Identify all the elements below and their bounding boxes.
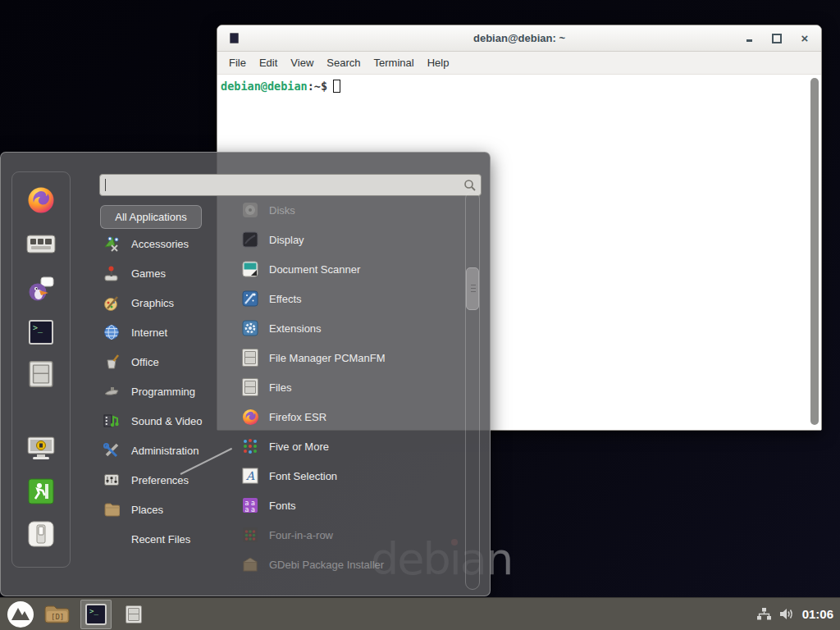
office-icon [103,354,120,370]
favorite-control-center[interactable] [26,230,56,259]
category-office[interactable]: Office [98,347,221,377]
volume-icon[interactable] [779,608,794,620]
internet-icon [103,324,120,340]
category-graphics[interactable]: Graphics [98,288,221,317]
svg-text:a a: a a [245,506,255,514]
terminal-task-button[interactable] [80,600,112,629]
display-icon [241,231,259,249]
app-gdebi-package-installer[interactable]: GDebi Package Installer [218,550,463,579]
search-icon [463,179,476,191]
app-display[interactable]: Display [218,225,463,254]
app-fonts[interactable]: a a a a Fonts [218,491,463,520]
menu-scrollbar[interactable] [465,191,480,590]
programming-icon [103,383,120,399]
fonts-icon: a a a a [241,496,259,514]
category-places[interactable]: Places [98,495,221,524]
favorite-terminal[interactable] [26,317,56,347]
scrollbar-grip [471,285,476,293]
control-center-icon [26,233,56,256]
terminal-title: debian@debian: ~ [217,32,821,44]
desktop: debıan debian@debian: ~ File Edit View S… [0,0,840,630]
document-scanner-icon [241,260,259,278]
svg-text:A: A [245,469,255,482]
extensions-icon [241,319,259,337]
file-cabinet-icon [30,361,53,387]
five-or-more-icon [241,437,259,455]
category-sound-video[interactable]: Sound & Video [98,406,221,436]
category-games[interactable]: Games [98,258,221,288]
search-input[interactable] [107,179,463,191]
shut-down-icon [28,521,54,547]
file-cabinet-icon [241,378,259,396]
log-out-button[interactable] [26,477,56,506]
close-button[interactable] [800,34,810,43]
taskbar: [D] 01:06 [0,597,840,630]
terminal-scrollbar[interactable] [810,76,819,428]
app-extensions[interactable]: Extensions [218,313,463,343]
app-font-selection[interactable]: A Font Selection [218,461,463,491]
terminal-titlebar[interactable]: debian@debian: ~ [217,25,821,52]
menu-file[interactable]: File [222,53,253,72]
app-files[interactable]: Files [218,372,463,402]
favorite-file-manager[interactable] [26,359,56,389]
four-in-a-row-icon [241,526,259,544]
file-cabinet-icon [126,605,142,623]
graphics-icon [103,294,120,311]
category-accessories[interactable]: Accessories [98,229,221,258]
category-administration[interactable]: Administration [98,436,221,465]
favorite-pidgin[interactable] [26,274,56,304]
app-effects[interactable]: Effects [218,284,463,313]
preferences-icon [103,472,120,488]
menu-button[interactable] [5,600,36,629]
file-cabinet-icon [241,349,259,367]
menu-logo-icon [7,600,34,628]
log-out-icon [28,478,54,504]
category-preferences[interactable]: Preferences [98,465,221,495]
application-menu: All Applications Accessories Games [0,152,491,596]
file-manager-task-button[interactable] [118,600,149,629]
terminal-scrollbar-thumb[interactable] [810,78,819,425]
svg-text:[D]: [D] [51,613,64,621]
lock-screen-icon [26,436,56,462]
app-file-manager-pcmanfm[interactable]: File Manager PCManFM [218,343,463,372]
effects-icon [241,290,259,308]
menu-edit[interactable]: Edit [253,53,284,72]
favorite-firefox[interactable] [26,185,56,215]
menu-view[interactable]: View [284,53,320,72]
app-firefox-esr[interactable]: Firefox ESR [218,402,463,431]
shut-down-button[interactable] [26,519,56,549]
accessories-icon [103,235,120,252]
application-list: Disks Display Document Scanner [218,195,463,581]
app-disks[interactable]: Disks [218,195,463,225]
maximize-button[interactable] [772,34,782,43]
menu-terminal[interactable]: Terminal [368,53,421,72]
pidgin-icon [27,276,55,302]
text-caret [105,179,106,191]
menu-search-box[interactable] [99,174,482,196]
terminal-icon [29,320,53,345]
app-four-in-a-row[interactable]: Four-in-a-row [218,520,463,550]
menu-help[interactable]: Help [421,53,456,72]
lock-screen-button[interactable] [26,434,56,463]
games-icon [103,265,120,281]
minimize-button[interactable] [744,34,754,43]
app-document-scanner[interactable]: Document Scanner [218,254,463,284]
app-five-or-more[interactable]: Five or More [218,431,463,461]
category-recent-files[interactable]: Recent Files [98,524,221,554]
category-list: Accessories Games Graphics [98,229,221,554]
terminal-icon [85,604,107,625]
all-applications-button[interactable]: All Applications [100,205,202,229]
firefox-icon [241,408,259,426]
shell-prompt: debian@debian:~$ [217,75,821,98]
menu-scrollbar-thumb[interactable] [466,267,479,310]
terminal-menubar: File Edit View Search Terminal Help [217,52,821,75]
package-icon [241,555,259,573]
clock[interactable]: 01:06 [802,607,833,621]
sound-video-icon [103,413,120,429]
category-programming[interactable]: Programming [98,377,221,406]
menu-search[interactable]: Search [320,53,367,72]
category-internet[interactable]: Internet [98,317,221,347]
desktop-folder-button[interactable]: [D] [41,600,72,629]
network-icon[interactable] [757,608,771,620]
administration-icon [103,442,120,459]
